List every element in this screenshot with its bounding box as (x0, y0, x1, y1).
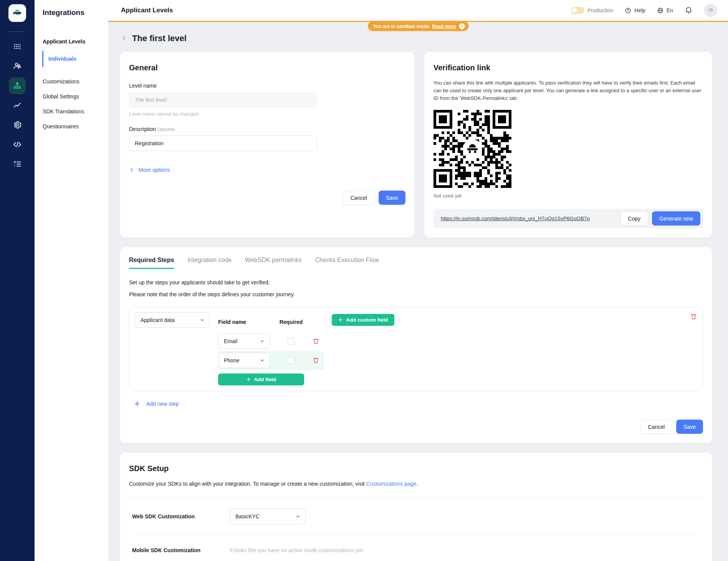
qr-status: Not used yet (433, 193, 703, 199)
plus-icon (338, 317, 343, 322)
phone-delete-icon[interactable] (312, 357, 320, 364)
tab-checks-execution-flow[interactable]: Checks Execution Flow (315, 257, 379, 269)
chevron-down-icon (260, 339, 265, 344)
email-required-checkbox[interactable] (288, 338, 295, 345)
back-button[interactable] (121, 35, 128, 42)
verification-link-url[interactable]: https://in.sumsub.com/idensic/l/#/sbx_un… (441, 216, 616, 221)
people-icon[interactable] (9, 58, 26, 75)
plus-icon (134, 400, 141, 407)
level-name-help: Level name cannot be changed (129, 111, 405, 117)
production-label: Production (587, 7, 613, 13)
copy-link-button[interactable]: Copy (620, 211, 648, 226)
general-save-button[interactable]: Save (379, 191, 405, 205)
sandbox-read-more-link[interactable]: Read more (432, 24, 456, 29)
chevron-right-icon (129, 167, 134, 173)
sdk-card-title: SDK Setup (129, 464, 703, 473)
production-toggle-group: Production (571, 7, 613, 14)
chevron-down-icon (260, 358, 265, 363)
subnav-item-global-settings[interactable]: Global Settings (43, 93, 103, 100)
subnav-title: Integrations (43, 8, 103, 17)
mobile-sdk-row: Mobile SDK Customization It looks like y… (129, 536, 703, 561)
language-selector[interactable]: En (657, 7, 673, 14)
trash-icon (312, 337, 319, 345)
sdk-description-text: Customize your SDKs to align with your i… (129, 481, 366, 487)
steps-save-button[interactable]: Save (676, 420, 703, 434)
toggle-knob (572, 8, 577, 13)
add-custom-field-button[interactable]: Add custom field (332, 314, 394, 326)
notifications-button[interactable] (685, 6, 693, 15)
steps-intro-1: Set up the steps your applicants should … (129, 279, 703, 285)
required-header: Required (279, 314, 303, 330)
tab-websdk-permalinks[interactable]: WebSDK permalinks (245, 257, 301, 269)
general-card-title: General (129, 63, 405, 72)
steps-card-actions: Cancel Save (129, 420, 703, 434)
web-sdk-customization-select[interactable]: BasicKYC (230, 508, 306, 524)
header-controls: Production Help En (571, 4, 717, 17)
gear-icon[interactable] (9, 116, 26, 133)
apps-grid-icon[interactable] (9, 38, 26, 55)
hierarchy-icon[interactable] (9, 77, 26, 94)
qr-code (433, 110, 511, 188)
field-name-header: Field name (218, 314, 270, 330)
sandbox-banner-text: You are in sandbox mode. (373, 24, 430, 29)
phone-field-select[interactable]: Phone (218, 353, 270, 368)
level-name-label: Level name (129, 83, 405, 89)
verification-card-title: Verification link (433, 63, 703, 72)
subnav-item-sdk-translations[interactable]: SDK Translations (43, 108, 103, 115)
icon-rail (0, 0, 35, 561)
chevron-down-icon (200, 317, 205, 323)
step-delete-icon[interactable] (690, 313, 698, 320)
trash-icon (312, 357, 319, 364)
field-row-phone: Phone (218, 351, 324, 370)
steps-cancel-button[interactable]: Cancel (640, 420, 672, 434)
field-row-email: Email (218, 332, 324, 351)
tabs: Required Steps Integration code WebSDK p… (129, 257, 703, 269)
help-button[interactable]: Help (625, 7, 645, 14)
add-custom-field-label: Add custom field (346, 317, 388, 323)
generate-new-button[interactable]: Generate new (652, 211, 700, 226)
add-new-step-button[interactable]: Add new step (134, 400, 179, 407)
tab-integration-code[interactable]: Integration code (187, 257, 232, 269)
production-toggle[interactable] (571, 7, 584, 14)
subnav-section-applicant-levels[interactable]: Applicant Levels (43, 38, 103, 45)
subnav-item-individuals[interactable]: Individuals (42, 51, 103, 67)
more-options-toggle[interactable]: More options (129, 167, 170, 173)
chart-icon[interactable] (9, 97, 26, 114)
description-label-text: Description (129, 126, 156, 132)
phone-field-value: Phone (224, 357, 239, 363)
rail-divider (9, 32, 25, 32)
sdk-description: Customize your SDKs to align with your i… (129, 481, 703, 487)
phone-required-checkbox[interactable] (288, 357, 295, 364)
main-column: Applicant Levels Production Help (108, 0, 728, 561)
avatar-robot-icon (707, 7, 715, 14)
customizations-page-link[interactable]: Customizations page (366, 481, 417, 487)
content-area: The first level General Level name Level… (108, 22, 728, 561)
add-field-button[interactable]: Add field (218, 373, 304, 385)
help-label: Help (634, 7, 645, 13)
checklist-icon[interactable] (9, 156, 26, 173)
sdk-setup-card: SDK Setup Customize your SDKs to align w… (120, 453, 712, 561)
add-field-label: Add field (254, 377, 276, 382)
subnav-item-questionnaires[interactable]: Questionnaires (43, 123, 103, 129)
web-sdk-value: BasicKYC (235, 513, 260, 520)
description-input[interactable] (129, 136, 317, 151)
mobile-sdk-empty-text: It looks like you have no active msdk cu… (230, 547, 364, 553)
user-avatar[interactable] (704, 4, 717, 17)
sandbox-banner: You are in sandbox mode. Read more ? (368, 22, 469, 31)
sdk-description-suffix: . (416, 481, 418, 487)
code-icon[interactable] (9, 136, 26, 153)
sumsub-robot-logo-icon (12, 7, 23, 19)
chevron-left-icon (121, 35, 128, 42)
email-field-select[interactable]: Email (218, 334, 270, 349)
app-root: Integrations Applicant Levels Individual… (0, 0, 728, 561)
step-type-select[interactable]: Applicant data (135, 312, 210, 328)
subnav-item-customizations[interactable]: Customizations (43, 78, 103, 85)
sumsub-logo[interactable] (8, 4, 26, 22)
more-options-label: More options (139, 167, 170, 173)
sandbox-question-icon[interactable]: ? (459, 23, 465, 29)
verification-description: You can share this link with multiple ap… (433, 79, 703, 102)
email-delete-icon[interactable] (312, 337, 320, 345)
tab-required-steps[interactable]: Required Steps (129, 257, 174, 269)
web-sdk-label: Web SDK Customization (132, 513, 230, 520)
general-cancel-button[interactable]: Cancel (342, 191, 375, 205)
